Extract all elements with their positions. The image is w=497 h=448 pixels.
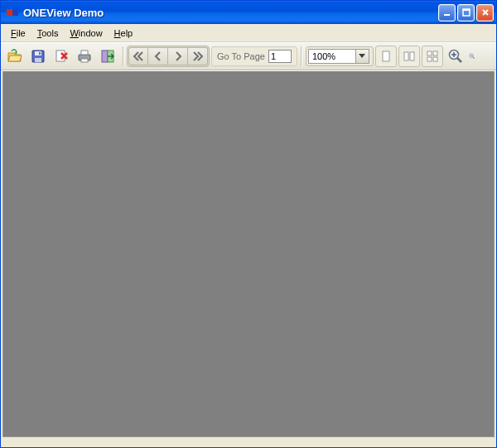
svg-rect-8 bbox=[39, 52, 41, 55]
svg-rect-17 bbox=[404, 52, 408, 60]
menu-tools[interactable]: Tools bbox=[32, 26, 64, 40]
svg-rect-14 bbox=[102, 51, 108, 62]
content-frame bbox=[1, 70, 496, 439]
zoom-input[interactable] bbox=[308, 49, 356, 64]
menu-file[interactable]: File bbox=[6, 26, 31, 40]
menu-window[interactable]: Window bbox=[65, 26, 107, 40]
maximize-button[interactable] bbox=[457, 4, 475, 22]
svg-rect-21 bbox=[427, 57, 432, 61]
svg-point-13 bbox=[87, 55, 89, 57]
open-button[interactable] bbox=[4, 46, 26, 67]
zoom-combo bbox=[306, 46, 374, 66]
svg-rect-4 bbox=[463, 9, 470, 11]
first-page-button[interactable] bbox=[128, 47, 148, 65]
svg-rect-2 bbox=[444, 14, 450, 16]
statusbar bbox=[1, 439, 496, 447]
svg-rect-22 bbox=[433, 57, 437, 61]
svg-rect-12 bbox=[81, 59, 88, 62]
svg-line-24 bbox=[457, 58, 461, 62]
app-window: ONEView Demo File Tools Window Help bbox=[0, 0, 497, 448]
zoom-in-button[interactable] bbox=[445, 46, 466, 67]
page-view-3-button[interactable] bbox=[422, 46, 443, 67]
zoom-out-button[interactable] bbox=[468, 46, 476, 67]
svg-rect-19 bbox=[427, 51, 432, 55]
svg-rect-0 bbox=[7, 9, 12, 16]
export-button[interactable] bbox=[97, 46, 118, 67]
close-button[interactable] bbox=[476, 4, 494, 22]
page-nav-group bbox=[127, 46, 210, 67]
svg-rect-1 bbox=[12, 9, 18, 16]
minimize-button[interactable] bbox=[438, 4, 456, 22]
save-button[interactable] bbox=[27, 46, 49, 67]
close-file-button[interactable] bbox=[51, 46, 72, 67]
svg-rect-20 bbox=[433, 51, 437, 55]
svg-rect-18 bbox=[410, 52, 414, 60]
goto-page-input[interactable] bbox=[268, 50, 292, 63]
window-title: ONEView Demo bbox=[23, 7, 438, 19]
svg-line-26 bbox=[473, 57, 475, 59]
last-page-button[interactable] bbox=[188, 47, 208, 65]
page-view-2-button[interactable] bbox=[398, 46, 420, 67]
toolbar-separator bbox=[299, 46, 304, 66]
toolbar-separator bbox=[120, 46, 125, 66]
document-area[interactable] bbox=[2, 71, 495, 437]
app-icon bbox=[6, 6, 19, 19]
prev-page-button[interactable] bbox=[148, 47, 168, 65]
menubar: File Tools Window Help bbox=[1, 24, 496, 42]
print-button[interactable] bbox=[74, 46, 95, 67]
toolbar: Go To Page bbox=[1, 42, 496, 70]
page-view-1-button[interactable] bbox=[375, 46, 397, 67]
window-controls bbox=[438, 4, 494, 22]
goto-page-group: Go To Page bbox=[211, 46, 297, 66]
svg-rect-16 bbox=[383, 51, 389, 61]
menu-help[interactable]: Help bbox=[109, 26, 138, 40]
titlebar[interactable]: ONEView Demo bbox=[1, 1, 496, 24]
goto-page-label: Go To Page bbox=[217, 51, 265, 61]
svg-rect-11 bbox=[81, 51, 88, 55]
svg-rect-7 bbox=[35, 58, 41, 62]
next-page-button[interactable] bbox=[168, 47, 188, 65]
zoom-dropdown-button[interactable] bbox=[356, 49, 369, 64]
